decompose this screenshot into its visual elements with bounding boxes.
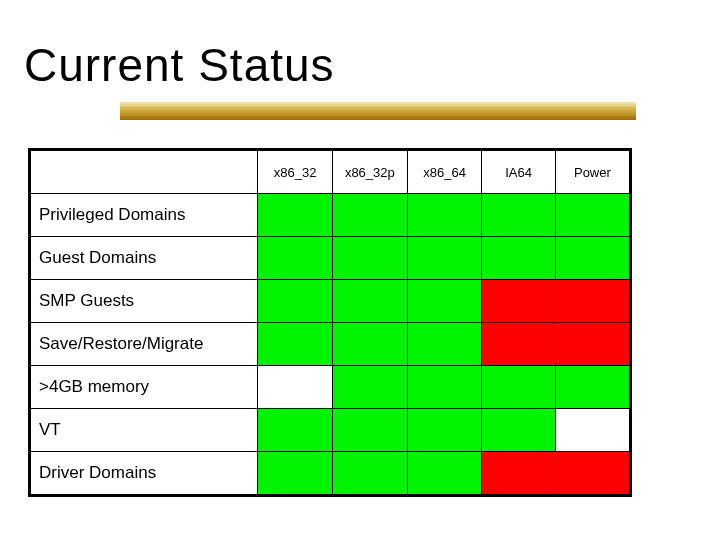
status-cell xyxy=(555,366,629,409)
table-row: Guest Domains xyxy=(31,237,630,280)
row-label: Privileged Domains xyxy=(31,194,258,237)
status-cell xyxy=(555,409,629,452)
status-cell xyxy=(258,323,333,366)
row-label: >4GB memory xyxy=(31,366,258,409)
status-cell xyxy=(482,194,556,237)
col-header: x86_32 xyxy=(258,151,333,194)
status-cell xyxy=(407,366,482,409)
slide-title: Current Status xyxy=(24,38,335,92)
col-header: x86_64 xyxy=(407,151,482,194)
status-cell xyxy=(407,280,482,323)
row-label: Guest Domains xyxy=(31,237,258,280)
status-cell xyxy=(482,323,556,366)
col-header: Power xyxy=(555,151,629,194)
row-label: SMP Guests xyxy=(31,280,258,323)
header-blank xyxy=(31,151,258,194)
status-cell xyxy=(332,366,407,409)
status-cell xyxy=(332,194,407,237)
status-cell xyxy=(555,280,629,323)
status-cell xyxy=(482,366,556,409)
status-cell xyxy=(258,366,333,409)
row-label: Save/Restore/Migrate xyxy=(31,323,258,366)
table-row: Save/Restore/Migrate xyxy=(31,323,630,366)
status-cell xyxy=(555,323,629,366)
table-row: SMP Guests xyxy=(31,280,630,323)
status-cell xyxy=(482,237,556,280)
status-cell xyxy=(407,452,482,495)
status-cell xyxy=(555,194,629,237)
table-row: Driver Domains xyxy=(31,452,630,495)
title-underline-stripe xyxy=(120,102,636,120)
status-cell xyxy=(258,194,333,237)
table-header-row: x86_32 x86_32p x86_64 IA64 Power xyxy=(31,151,630,194)
col-header: x86_32p xyxy=(332,151,407,194)
row-label: Driver Domains xyxy=(31,452,258,495)
status-cell xyxy=(258,409,333,452)
table-row: >4GB memory xyxy=(31,366,630,409)
status-cell xyxy=(407,323,482,366)
col-header: IA64 xyxy=(482,151,556,194)
table-row: Privileged Domains xyxy=(31,194,630,237)
status-cell xyxy=(332,452,407,495)
status-cell xyxy=(332,323,407,366)
table-row: VT xyxy=(31,409,630,452)
status-cell xyxy=(482,280,556,323)
status-cell xyxy=(407,409,482,452)
status-cell xyxy=(332,409,407,452)
status-table: x86_32 x86_32p x86_64 IA64 Power Privile… xyxy=(28,148,632,497)
status-cell xyxy=(258,452,333,495)
row-label: VT xyxy=(31,409,258,452)
status-cell xyxy=(407,194,482,237)
status-cell xyxy=(258,280,333,323)
status-cell xyxy=(332,237,407,280)
status-cell xyxy=(555,452,629,495)
status-cell xyxy=(332,280,407,323)
status-cell xyxy=(258,237,333,280)
status-cell xyxy=(482,409,556,452)
status-cell xyxy=(407,237,482,280)
status-cell xyxy=(482,452,556,495)
status-cell xyxy=(555,237,629,280)
